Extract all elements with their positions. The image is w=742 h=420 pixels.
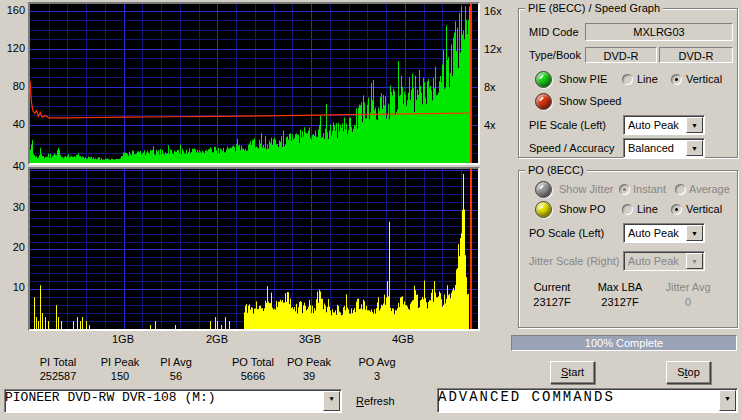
show-speed-led-button[interactable] (535, 93, 552, 110)
jitter-avg-value: 0 (659, 296, 717, 308)
x-axis-tick: 2GB (206, 333, 228, 345)
drive-select-value: PIONEER DVD-RW DVR-108 (M:) (5, 390, 216, 405)
dropdown-arrow-icon[interactable]: ▼ (686, 117, 703, 133)
dropdown-arrow-icon[interactable]: ▼ (719, 390, 736, 411)
pie-scale-select[interactable]: Auto Peak ▼ (623, 115, 705, 135)
advanced-commands-value: ADVANCED COMMANDS (438, 389, 615, 405)
stat-pi-avg: PI Avg 56 (160, 355, 192, 383)
pie-speed-graph (28, 2, 480, 165)
jitter-average-radio (675, 184, 686, 195)
po-scale-value: Auto Peak (628, 227, 686, 239)
stat-po-peak: PO Peak 39 (287, 355, 331, 383)
pie-speed-group: PIE (8ECC) / Speed Graph MID Code MXLRG0… (518, 8, 738, 158)
stat-pi-total: PI Total 252587 (40, 355, 77, 383)
pie-y-tick: 120 (0, 42, 25, 54)
pie-scale-label: PIE Scale (Left) (529, 119, 606, 131)
current-label: Current (523, 281, 581, 293)
pie-line-label: Line (637, 73, 658, 85)
stat-value: 39 (287, 369, 331, 383)
pie-group-title: PIE (8ECC) / Speed Graph (525, 2, 663, 14)
jitter-avg-label: Jitter Avg (659, 281, 717, 293)
pie-scale-value: Auto Peak (628, 119, 686, 131)
stat-value: 150 (101, 369, 140, 383)
x-axis-tick: 1GB (112, 333, 134, 345)
speed-y-tick: 4x (484, 119, 512, 131)
stat-value: 3 (358, 369, 395, 383)
po-line-label: Line (637, 203, 658, 215)
pie-vertical-label: Vertical (686, 73, 722, 85)
speed-y-tick: 12x (484, 43, 512, 55)
jitter-instant-label: Instant (633, 183, 666, 195)
show-po-led-button[interactable] (535, 201, 552, 218)
jitter-scale-value: Auto Peak (628, 255, 686, 267)
po-line-radio[interactable] (622, 204, 633, 215)
stat-value: 252587 (40, 369, 77, 383)
x-axis-tick: 4GB (392, 333, 414, 345)
show-po-label: Show PO (559, 203, 605, 215)
po-graph (28, 167, 480, 331)
jitter-scale-select: Auto Peak ▼ (623, 251, 705, 271)
start-button[interactable]: Start (550, 361, 595, 384)
show-pie-led-button[interactable] (535, 71, 552, 88)
stat-value: 56 (160, 369, 192, 383)
pie-line-radio[interactable] (622, 74, 633, 85)
speed-accuracy-value: Balanced (628, 142, 686, 154)
stop-button[interactable]: Stop (666, 361, 711, 384)
speed-accuracy-label: Speed / Accuracy (529, 142, 615, 154)
po-vertical-radio[interactable] (671, 204, 682, 215)
po-y-tick: 10 (0, 281, 25, 293)
drive-select[interactable]: PIONEER DVD-RW DVR-108 (M:) ▼ (4, 389, 342, 413)
show-speed-label: Show Speed (559, 95, 621, 107)
dropdown-arrow-icon[interactable]: ▼ (686, 225, 703, 241)
stat-pi-peak: PI Peak 150 (101, 355, 140, 383)
stat-po-avg: PO Avg 3 (358, 355, 395, 383)
pie-speed-graph-canvas (30, 4, 478, 163)
dvd-scan-window: 160 120 80 40 40 30 20 10 16x 12x 8x 4x … (0, 0, 742, 420)
speed-accuracy-select[interactable]: Balanced ▼ (623, 138, 705, 158)
stat-label: PO Total (232, 355, 274, 369)
po-y-tick: 40 (0, 160, 25, 172)
stat-label: PI Peak (101, 355, 140, 369)
dropdown-arrow-icon[interactable]: ▼ (686, 140, 703, 156)
po-graph-canvas (30, 169, 478, 329)
max-lba-label: Max LBA (591, 281, 649, 293)
book-field: DVD-R (659, 47, 733, 63)
current-value: 23127F (523, 296, 581, 308)
stat-label: PO Avg (358, 355, 395, 369)
stat-label: PI Avg (160, 355, 192, 369)
speed-y-tick: 16x (484, 5, 512, 17)
progress-bar: 100% Complete (511, 335, 737, 351)
stat-label: PO Peak (287, 355, 331, 369)
stat-value: 5666 (232, 369, 274, 383)
stat-label: PI Total (40, 355, 77, 369)
pie-y-tick: 160 (0, 4, 25, 16)
dropdown-arrow-icon[interactable]: ▼ (323, 391, 340, 411)
max-lba-value: 23127F (591, 296, 649, 308)
refresh-button[interactable]: Refresh (356, 395, 395, 407)
pie-vertical-radio[interactable] (671, 74, 682, 85)
mid-code-field: MXLRG03 (585, 23, 733, 41)
type-book-label: Type/Book (529, 49, 581, 61)
jitter-instant-radio (619, 184, 630, 195)
jitter-scale-label: Jitter Scale (Right) (529, 255, 619, 267)
x-axis-tick: 3GB (299, 333, 321, 345)
po-group-title: PO (8ECC) (525, 164, 587, 176)
po-y-tick: 30 (0, 201, 25, 213)
dropdown-arrow-icon: ▼ (686, 253, 703, 269)
pie-y-tick: 40 (0, 118, 25, 130)
mid-code-label: MID Code (529, 26, 579, 38)
po-vertical-label: Vertical (686, 203, 722, 215)
pie-y-tick: 80 (0, 80, 25, 92)
speed-y-tick: 8x (484, 81, 512, 93)
po-y-tick: 20 (0, 241, 25, 253)
advanced-commands-select[interactable]: ADVANCED COMMANDS ▼ (437, 388, 738, 413)
show-jitter-led-button (535, 181, 552, 198)
show-pie-label: Show PIE (559, 73, 607, 85)
show-jitter-label: Show Jitter (559, 183, 613, 195)
po-scale-select[interactable]: Auto Peak ▼ (623, 223, 705, 243)
po-scale-label: PO Scale (Left) (529, 227, 604, 239)
jitter-average-label: Average (689, 183, 730, 195)
po-group: PO (8ECC) Show Jitter Instant Average Sh… (518, 170, 738, 328)
type-field: DVD-R (585, 47, 657, 63)
stat-po-total: PO Total 5666 (232, 355, 274, 383)
